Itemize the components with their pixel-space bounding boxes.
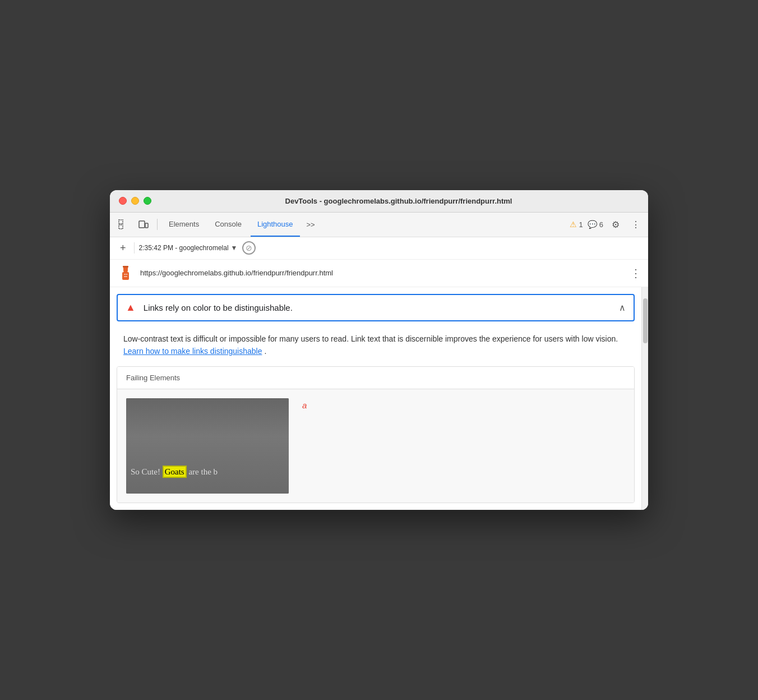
message-icon: 💬	[588, 220, 597, 229]
description-text: Low-contrast text is difficult or imposs…	[123, 334, 618, 343]
more-tabs-button[interactable]: >>	[302, 220, 320, 229]
main-content-area: ▲ Links rely on color to be distinguisha…	[110, 287, 648, 510]
url-more-button[interactable]: ⋮	[630, 268, 641, 279]
svg-rect-7	[123, 266, 128, 268]
tab-bar: Elements Console Lighthouse >> ⚠ 1 💬 6	[110, 213, 648, 237]
failing-elements-header: Failing Elements	[117, 367, 634, 389]
element-type-indicator: a	[302, 398, 307, 410]
url-dropdown[interactable]: 2:35:42 PM - googlechromelal ▼	[139, 244, 238, 252]
error-triangle-icon: ▲	[126, 302, 136, 314]
scrollbar-thumb[interactable]	[643, 298, 648, 343]
toolbar-separator	[134, 242, 135, 254]
clear-icon: ⊘	[246, 243, 252, 252]
svg-rect-10	[124, 276, 127, 277]
maximize-button[interactable]	[144, 197, 151, 205]
dropdown-chevron-icon[interactable]: ▼	[231, 244, 238, 252]
svg-rect-0	[119, 220, 123, 224]
tab-lighthouse[interactable]: Lighthouse	[251, 212, 300, 237]
url-time-display: 2:35:42 PM - googlechromelal	[139, 244, 229, 252]
add-button[interactable]: +	[117, 241, 130, 255]
audit-item[interactable]: ▲ Links rely on color to be distinguisha…	[117, 294, 635, 321]
failing-elements-section: Failing Elements So Cute! Goats are the …	[117, 366, 635, 503]
device-toggle-icon[interactable]	[135, 215, 152, 233]
collapse-button[interactable]: ∧	[619, 302, 626, 313]
tab-console[interactable]: Console	[208, 212, 248, 237]
message-badge[interactable]: 💬 6	[588, 220, 603, 229]
tab-separator-1	[157, 219, 158, 230]
scrollbar[interactable]	[641, 287, 648, 510]
clear-button[interactable]: ⊘	[242, 241, 256, 255]
browser-window: DevTools - googlechromelabs.github.io/fr…	[110, 190, 648, 510]
select-tool-icon[interactable]	[114, 215, 132, 233]
svg-rect-9	[126, 274, 128, 275]
svg-rect-1	[119, 225, 123, 229]
svg-rect-2	[139, 221, 145, 228]
url-row: https://googlechromelabs.github.io/frien…	[110, 260, 648, 287]
traffic-lights	[119, 197, 151, 205]
screenshot-after-text: are the b	[188, 467, 218, 476]
audit-title: Links rely on color to be distinguishabl…	[144, 303, 619, 312]
warning-icon: ⚠	[570, 220, 577, 229]
page-url: https://googlechromelabs.github.io/frien…	[140, 269, 625, 277]
screenshot-text: So Cute! Goats are the b	[131, 467, 218, 477]
devtools-panel: Elements Console Lighthouse >> ⚠ 1 💬 6	[110, 213, 648, 510]
tab-elements[interactable]: Elements	[162, 212, 206, 237]
lighthouse-logo-icon	[117, 264, 135, 282]
svg-rect-8	[124, 274, 126, 275]
settings-button[interactable]: ⚙	[608, 217, 623, 232]
learn-more-link[interactable]: Learn how to make links distinguishable	[123, 347, 262, 356]
audit-description: Low-contrast text is difficult or imposs…	[110, 321, 641, 367]
screenshot-overlay	[126, 398, 289, 494]
screenshot-before-text: So Cute!	[131, 467, 160, 476]
svg-rect-3	[145, 223, 148, 228]
content-scroll: ▲ Links rely on color to be distinguisha…	[110, 287, 641, 510]
minimize-button[interactable]	[131, 197, 139, 205]
tab-right-actions: ⚠ 1 💬 6 ⚙ ⋮	[570, 217, 644, 232]
screenshot-preview: So Cute! Goats are the b	[126, 398, 289, 494]
failing-elements-body: So Cute! Goats are the b a	[117, 389, 634, 503]
highlighted-element: Goats	[163, 466, 187, 478]
more-options-button[interactable]: ⋮	[628, 217, 644, 232]
close-button[interactable]	[119, 197, 127, 205]
description-period: .	[264, 347, 266, 356]
warning-badge[interactable]: ⚠ 1	[570, 220, 583, 229]
title-bar: DevTools - googlechromelabs.github.io/fr…	[110, 190, 648, 213]
window-title: DevTools - googlechromelabs.github.io/fr…	[158, 197, 639, 205]
toolbar-row: + 2:35:42 PM - googlechromelal ▼ ⊘	[110, 237, 648, 260]
